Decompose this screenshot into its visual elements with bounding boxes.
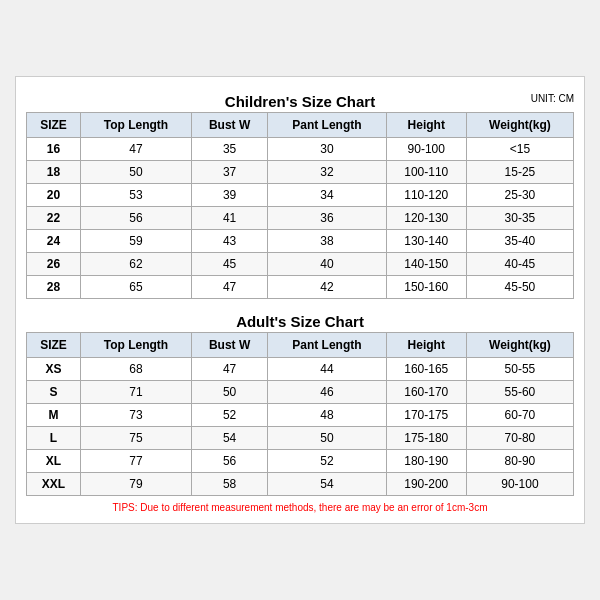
table-cell: 40	[268, 253, 386, 276]
table-row: XS684744160-16550-55	[27, 358, 574, 381]
col-weight: Weight(kg)	[466, 113, 573, 138]
table-row: XL775652180-19080-90	[27, 450, 574, 473]
table-cell: 175-180	[386, 427, 466, 450]
table-cell: 90-100	[466, 473, 573, 496]
table-cell: 52	[268, 450, 386, 473]
adult-title-text: Adult's Size Chart	[236, 313, 364, 330]
table-cell: 54	[268, 473, 386, 496]
table-cell: 170-175	[386, 404, 466, 427]
table-cell: 34	[268, 184, 386, 207]
adult-title: Adult's Size Chart	[26, 307, 574, 332]
table-cell: 50-55	[466, 358, 573, 381]
table-cell: 45	[192, 253, 268, 276]
table-cell: 71	[80, 381, 191, 404]
table-cell: 50	[192, 381, 268, 404]
table-row: L755450175-18070-80	[27, 427, 574, 450]
table-cell: 140-150	[386, 253, 466, 276]
table-cell: 35-40	[466, 230, 573, 253]
table-row: 18503732100-11015-25	[27, 161, 574, 184]
table-row: S715046160-17055-60	[27, 381, 574, 404]
chart-container: Children's Size Chart UNIT: CM SIZE Top …	[15, 76, 585, 524]
children-header-row: SIZE Top Length Bust W Pant Length Heigh…	[27, 113, 574, 138]
table-cell: 73	[80, 404, 191, 427]
col-bust-w: Bust W	[192, 113, 268, 138]
table-cell: 45-50	[466, 276, 573, 299]
tips-text: TIPS: Due to different measurement metho…	[26, 502, 574, 513]
table-cell: 47	[192, 358, 268, 381]
table-cell: 35	[192, 138, 268, 161]
table-cell: XS	[27, 358, 81, 381]
col-weight: Weight(kg)	[466, 333, 573, 358]
adult-header-row: SIZE Top Length Bust W Pant Length Heigh…	[27, 333, 574, 358]
table-cell: 55-60	[466, 381, 573, 404]
table-cell: 54	[192, 427, 268, 450]
table-cell: 20	[27, 184, 81, 207]
col-height: Height	[386, 113, 466, 138]
col-pant-length: Pant Length	[268, 333, 386, 358]
table-cell: 53	[80, 184, 191, 207]
table-row: M735248170-17560-70	[27, 404, 574, 427]
table-cell: 110-120	[386, 184, 466, 207]
table-cell: 44	[268, 358, 386, 381]
table-cell: 160-165	[386, 358, 466, 381]
table-cell: 150-160	[386, 276, 466, 299]
col-pant-length: Pant Length	[268, 113, 386, 138]
children-title-text: Children's Size Chart	[225, 93, 375, 110]
adult-table: SIZE Top Length Bust W Pant Length Heigh…	[26, 332, 574, 496]
children-table: SIZE Top Length Bust W Pant Length Heigh…	[26, 112, 574, 299]
table-cell: 40-45	[466, 253, 573, 276]
table-cell: 22	[27, 207, 81, 230]
table-cell: 70-80	[466, 427, 573, 450]
table-cell: 190-200	[386, 473, 466, 496]
table-cell: 28	[27, 276, 81, 299]
table-cell: 26	[27, 253, 81, 276]
table-cell: 32	[268, 161, 386, 184]
table-cell: 90-100	[386, 138, 466, 161]
table-cell: 30	[268, 138, 386, 161]
table-cell: L	[27, 427, 81, 450]
table-cell: 42	[268, 276, 386, 299]
table-cell: 160-170	[386, 381, 466, 404]
table-cell: 56	[192, 450, 268, 473]
table-cell: 50	[80, 161, 191, 184]
table-cell: S	[27, 381, 81, 404]
table-cell: 18	[27, 161, 81, 184]
table-row: 26624540140-15040-45	[27, 253, 574, 276]
table-cell: 60-70	[466, 404, 573, 427]
table-cell: 16	[27, 138, 81, 161]
table-cell: 25-30	[466, 184, 573, 207]
table-row: 20533934110-12025-30	[27, 184, 574, 207]
col-size: SIZE	[27, 333, 81, 358]
table-cell: 47	[192, 276, 268, 299]
col-height: Height	[386, 333, 466, 358]
table-cell: 58	[192, 473, 268, 496]
table-row: 1647353090-100<15	[27, 138, 574, 161]
table-row: 22564136120-13030-35	[27, 207, 574, 230]
table-cell: 37	[192, 161, 268, 184]
table-cell: 41	[192, 207, 268, 230]
table-cell: 36	[268, 207, 386, 230]
children-title: Children's Size Chart UNIT: CM	[26, 87, 574, 112]
table-cell: 24	[27, 230, 81, 253]
table-cell: XXL	[27, 473, 81, 496]
table-cell: <15	[466, 138, 573, 161]
table-cell: 39	[192, 184, 268, 207]
table-cell: 130-140	[386, 230, 466, 253]
table-cell: 48	[268, 404, 386, 427]
col-top-length: Top Length	[80, 333, 191, 358]
col-size: SIZE	[27, 113, 81, 138]
table-cell: 68	[80, 358, 191, 381]
table-cell: 80-90	[466, 450, 573, 473]
col-bust-w: Bust W	[192, 333, 268, 358]
table-cell: 79	[80, 473, 191, 496]
table-cell: XL	[27, 450, 81, 473]
table-cell: M	[27, 404, 81, 427]
unit-label: UNIT: CM	[531, 93, 574, 104]
table-row: 28654742150-16045-50	[27, 276, 574, 299]
table-cell: 56	[80, 207, 191, 230]
table-cell: 52	[192, 404, 268, 427]
table-cell: 100-110	[386, 161, 466, 184]
table-cell: 77	[80, 450, 191, 473]
table-cell: 59	[80, 230, 191, 253]
table-cell: 47	[80, 138, 191, 161]
